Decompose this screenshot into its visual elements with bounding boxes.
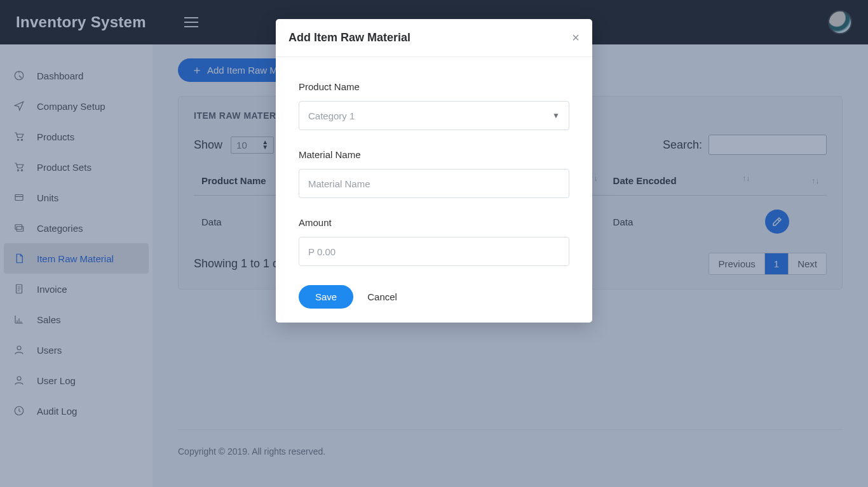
- amount-input[interactable]: [299, 237, 569, 266]
- material-name-input[interactable]: [299, 169, 569, 198]
- product-name-label: Product Name: [299, 81, 569, 92]
- close-icon[interactable]: ×: [572, 30, 580, 45]
- modal: Add Item Raw Material × Product Name Cat…: [276, 19, 592, 323]
- modal-backdrop[interactable]: Add Item Raw Material × Product Name Cat…: [0, 0, 868, 487]
- cancel-button[interactable]: Cancel: [367, 291, 397, 302]
- save-button[interactable]: Save: [299, 285, 353, 309]
- material-name-label: Material Name: [299, 149, 569, 160]
- modal-header: Add Item Raw Material ×: [276, 19, 592, 57]
- form-group-amount: Amount: [299, 217, 569, 266]
- modal-actions: Save Cancel: [299, 285, 569, 309]
- amount-label: Amount: [299, 217, 569, 228]
- product-name-select[interactable]: Category 1 ▼: [299, 101, 569, 130]
- modal-title: Add Item Raw Material: [288, 31, 410, 44]
- form-group-material: Material Name: [299, 149, 569, 198]
- modal-body: Product Name Category 1 ▼ Material Name …: [276, 57, 592, 323]
- product-name-selected: Category 1: [308, 110, 355, 121]
- chevron-down-icon: ▼: [552, 111, 560, 120]
- form-group-product: Product Name Category 1 ▼: [299, 81, 569, 130]
